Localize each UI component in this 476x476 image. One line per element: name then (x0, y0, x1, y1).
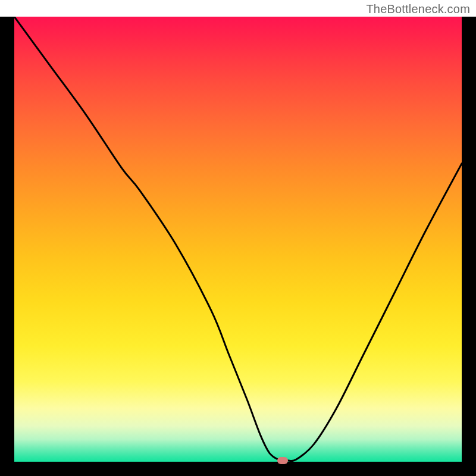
chart-container: TheBottleneck.com (0, 0, 476, 476)
chart-frame (0, 17, 476, 476)
plot-area (14, 17, 462, 462)
optimal-point-marker (277, 457, 288, 464)
bottleneck-curve (14, 17, 462, 462)
attribution-text: TheBottleneck.com (366, 2, 470, 16)
